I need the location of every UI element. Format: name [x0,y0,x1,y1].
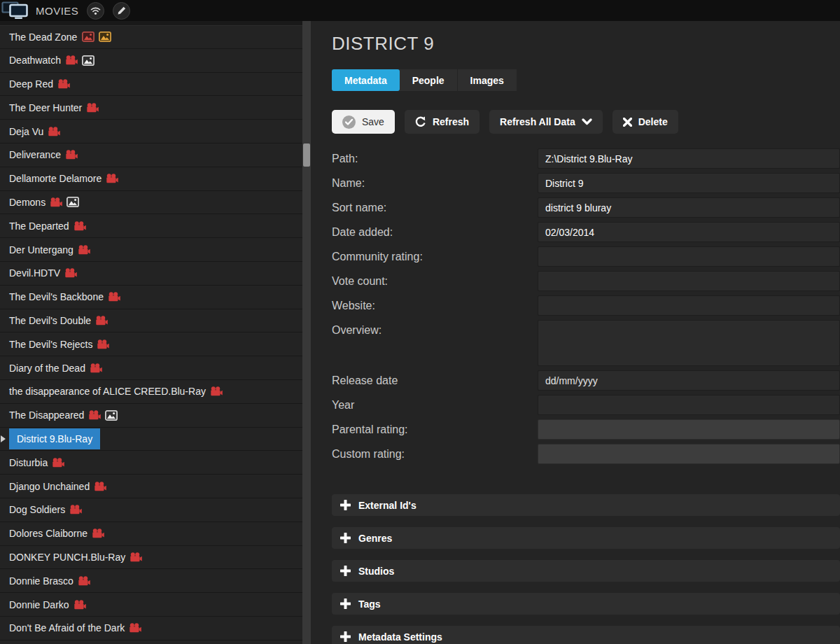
remote-control-button[interactable] [87,2,104,20]
camera-red-icon [52,458,64,468]
list-item[interactable]: Django Unchained [0,475,302,498]
custom-rating-input[interactable] [538,444,840,464]
movie-status-icons [58,79,70,89]
movie-title: The Departed [9,220,69,232]
list-item[interactable]: DONKEY PUNCH.Blu-Ray [0,546,302,570]
list-item[interactable]: Donnie Brasco [0,569,302,593]
edit-button[interactable] [113,2,130,20]
release-date-label: Release date [332,370,538,391]
movie-title: Deathwatch [9,55,61,66]
movie-title: The Devil's Backbone [9,291,104,302]
path-input[interactable] [538,148,840,169]
date-added-label: Date added: [332,222,538,242]
tab-images[interactable]: Images [457,69,517,91]
movie-status-icons [130,552,142,562]
list-item[interactable]: Deliverance [0,144,302,167]
camera-red-icon [106,174,118,183]
sort-name-input[interactable] [538,197,840,218]
list-item[interactable]: The Devil's Double [0,309,302,333]
date-added-input[interactable] [538,222,840,242]
list-item[interactable]: Dellamorte Delamore [0,167,302,191]
movie-status-icons [78,245,90,255]
sidebar-scrollbar-track[interactable] [302,21,311,644]
list-item[interactable]: Diary of the Dead [0,356,302,380]
release-date-input[interactable] [538,370,840,391]
camera-red-icon [211,386,223,396]
overview-label: Overview: [332,320,538,366]
form-row-name: Name: [332,173,840,193]
movie-status-icons [94,482,106,491]
section-studios[interactable]: Studios [332,560,840,582]
year-label: Year [332,395,538,415]
list-item[interactable]: The Devil's Rejects [0,332,302,356]
movie-title: The Deer Hunter [9,102,82,113]
list-item[interactable]: Dolores Claiborne [0,522,302,546]
movie-status-icons [50,197,79,207]
refresh-label: Refresh [433,116,469,127]
list-item[interactable]: District 9.Blu-Ray [0,428,302,451]
list-item[interactable]: Der Untergang [0,238,302,262]
list-item[interactable]: The Departed [0,214,302,238]
name-label: Name: [332,173,538,193]
form-row-overview: Overview: [332,320,840,366]
section-metadata-settings[interactable]: Metadata Settings [332,626,840,644]
community-rating-input[interactable] [538,246,840,267]
delete-button[interactable]: Delete [612,110,678,134]
movie-title: DONKEY PUNCH.Blu-Ray [9,552,125,563]
top-bar: MOVIES [0,0,840,21]
list-item[interactable]: The Disappeared [0,404,302,428]
path-label: Path: [332,148,538,169]
list-item[interactable]: Dog Soldiers [0,498,302,522]
delete-label: Delete [638,116,668,127]
list-item[interactable]: Demons [0,191,302,215]
refresh-button[interactable]: Refresh [405,110,479,134]
sidebar-scrollbar-thumb[interactable] [303,144,310,167]
camera-red-icon [66,55,78,65]
overview-input[interactable] [538,320,840,366]
movie-status-icons [106,174,118,183]
year-input[interactable] [538,395,840,415]
metadata-form: Path:Name:Sort name:Date added:Community… [332,148,840,464]
form-row-vote-count: Vote count: [332,271,840,291]
movie-title: Deja Vu [9,126,43,137]
section-genres[interactable]: Genres [332,527,840,549]
camera-red-icon [92,528,104,538]
website-input[interactable] [538,295,840,316]
form-row-custom-rating: Custom rating: [332,444,840,464]
app-logo-icon[interactable] [1,1,29,20]
movie-sidebar: The Dead ZoneDeathwatchDeep RedThe Deer … [0,21,302,644]
section-external-id-s[interactable]: External Id's [332,494,840,516]
movie-status-icons [78,576,90,586]
parental-rating-input[interactable] [538,419,840,440]
section-tags[interactable]: Tags [332,593,840,615]
tab-metadata[interactable]: Metadata [332,69,400,91]
refresh-all-data-button[interactable]: Refresh All Data [489,110,603,134]
movie-status-icons [65,268,77,278]
list-item[interactable]: Deja Vu [0,120,302,144]
movie-title: Deep Red [9,78,53,90]
form-row-path: Path: [332,148,840,169]
list-item[interactable]: The Deer Hunter [0,96,302,120]
movie-status-icons [92,528,104,538]
toolbar: Save Refresh Refresh All Data Delete [332,110,840,134]
section-label: External Id's [358,500,416,511]
list-item[interactable]: Deathwatch [0,49,302,73]
name-input[interactable] [538,173,840,193]
camera-red-icon [96,316,108,326]
list-item[interactable]: the disappearance of ALICE CREED.Blu-Ray [0,380,302,404]
list-item[interactable]: Disturbia [0,451,302,475]
list-item[interactable]: Donnie Darko [0,593,302,617]
list-item[interactable]: The Devil's Backbone [0,286,302,309]
list-item[interactable]: The Dead Zone [0,25,302,49]
camera-red-icon [94,482,106,491]
tab-people[interactable]: People [400,69,457,91]
list-item[interactable]: Don't Be Afraid of the Dark [0,617,302,640]
list-item[interactable]: Deep Red [0,73,302,97]
save-button[interactable]: Save [332,110,395,134]
camera-red-icon [65,268,77,278]
camera-red-icon [89,410,101,420]
vote-count-input[interactable] [538,271,840,291]
chevron-down-icon [582,118,592,125]
list-item[interactable]: Devil.HDTV [0,262,302,286]
tab-bar: MetadataPeopleImages [332,69,840,91]
